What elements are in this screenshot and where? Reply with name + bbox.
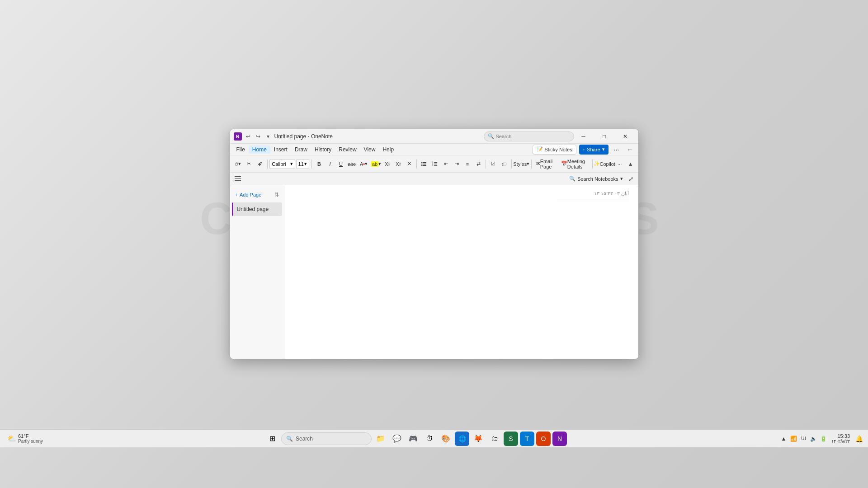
clear-format-button[interactable]: ✕ — [404, 158, 414, 170]
taskbar-app-xbox[interactable]: 🎮 — [406, 432, 420, 446]
weather-icon: ⛅ — [7, 434, 16, 443]
bold-button[interactable]: B — [314, 158, 324, 170]
hamburger-menu-button[interactable] — [233, 174, 243, 184]
clock-time: 15:33 — [831, 433, 850, 439]
menu-view[interactable]: View — [360, 145, 379, 154]
taskbar-app-folders[interactable]: 🗂 — [487, 432, 502, 446]
taskbar-app-chat[interactable]: 💬 — [390, 432, 404, 446]
copilot-button[interactable]: ✨ Copilot — [595, 158, 614, 170]
indent-button[interactable]: ⇥ — [452, 158, 462, 170]
svg-text:3.: 3. — [432, 164, 434, 166]
menu-draw[interactable]: Draw — [291, 145, 311, 154]
align-button[interactable]: ≡ — [462, 158, 472, 170]
share-dropdown-icon: ▾ — [602, 146, 605, 152]
taskbar-app-6[interactable]: 🌐 — [455, 432, 469, 446]
highlight-button[interactable]: ab ▾ — [371, 158, 382, 170]
menu-bar-right: 📝 Sticky Notes ↑ Share ▾ ··· ← — [533, 145, 636, 155]
overflow-button[interactable]: ··· — [615, 158, 625, 170]
taskbar-right: ▲ 📶 Uا 🔈 🔋 15:33 ۱۴۰۲/۸/۲۲ 🔔 — [774, 432, 864, 446]
tray-network-icon[interactable]: 📶 — [789, 434, 798, 443]
more-button[interactable]: ··· — [611, 145, 622, 155]
subscript-button[interactable]: X2 — [382, 158, 392, 170]
title-bar-left: N ↩ ↪ ▾ Untitled page - OneNote — [234, 132, 484, 141]
title-search[interactable]: 🔍 Search — [484, 131, 574, 141]
weather-temp: 61°F — [18, 433, 43, 439]
add-page-button[interactable]: + Add Page — [232, 189, 265, 201]
add-page-row: + Add Page ⇅ — [232, 189, 282, 201]
strikethrough-button[interactable]: abc — [347, 158, 357, 170]
system-tray: ▲ 📶 Uا 🔈 🔋 — [779, 434, 828, 443]
menu-help[interactable]: Help — [379, 145, 397, 154]
format-painter-button[interactable] — [255, 158, 265, 170]
numbered-button[interactable]: 1.2.3. — [430, 158, 440, 170]
underline-button[interactable]: U — [336, 158, 346, 170]
taskbar-app-onenote[interactable]: N — [552, 432, 567, 446]
start-button[interactable]: ⊞ — [265, 432, 279, 446]
separator-7 — [592, 160, 593, 169]
separator-3 — [416, 160, 417, 169]
bullets-button[interactable] — [419, 158, 429, 170]
taskbar-app-10[interactable]: T — [520, 432, 534, 446]
notification-button[interactable]: 🔔 — [854, 432, 864, 446]
size-dropdown-icon: ▾ — [304, 161, 307, 167]
fullscreen-button[interactable]: ⤢ — [627, 174, 636, 183]
content-area: + Add Page ⇅ Untitled page ۱۳ آبان ۳ · ۱… — [230, 185, 638, 359]
taskbar-search[interactable]: 🔍 Search — [281, 432, 372, 445]
search-notebooks-button[interactable]: 🔍 Search Notebooks ▾ — [566, 174, 626, 184]
font-selector[interactable]: Calibri ▾ — [269, 159, 295, 169]
styles-button[interactable]: Styles ▾ — [514, 158, 529, 170]
sticky-notes-button[interactable]: 📝 Sticky Notes — [533, 145, 576, 155]
svg-point-7 — [421, 165, 423, 166]
taskbar-app-9[interactable]: S — [504, 432, 518, 446]
weather-widget[interactable]: ⛅ 61°F Partly sunny — [4, 433, 47, 444]
menu-file[interactable]: File — [233, 145, 249, 154]
close-button[interactable]: ✕ — [616, 130, 635, 143]
tray-volume-icon[interactable]: 🔈 — [809, 434, 818, 443]
menu-history[interactable]: History — [311, 145, 335, 154]
outdent-button[interactable]: ⇤ — [441, 158, 451, 170]
rtl-button[interactable]: ⇄ — [473, 158, 483, 170]
editing-content[interactable] — [284, 185, 638, 359]
taskbar-app-11[interactable]: O — [536, 432, 551, 446]
menu-review[interactable]: Review — [335, 145, 360, 154]
superscript-button[interactable]: X2 — [393, 158, 403, 170]
page-item-untitled[interactable]: Untitled page — [232, 202, 282, 216]
separator-4 — [486, 160, 486, 169]
redo-icon[interactable]: ↪ — [255, 133, 262, 140]
cut-button[interactable]: ✂ — [244, 158, 254, 170]
menu-home[interactable]: Home — [249, 145, 270, 154]
quick-access-icon[interactable]: ▾ — [264, 133, 272, 140]
font-color-button[interactable]: A ▾ — [358, 158, 370, 170]
italic-button[interactable]: I — [325, 158, 335, 170]
editing-area[interactable]: ۱۳ آبان ۳ · ۱۵:۳۳ — [284, 185, 638, 359]
menu-insert[interactable]: Insert — [270, 145, 291, 154]
tray-expand-button[interactable]: ▲ — [779, 434, 788, 443]
weather-desc: Partly sunny — [18, 439, 43, 444]
add-page-icon: + — [235, 192, 238, 197]
minimize-button[interactable]: ─ — [574, 130, 593, 143]
undo-icon[interactable]: ↩ — [245, 133, 252, 140]
paste-dropdown-icon: ▾ — [238, 161, 241, 167]
taskbar-app-photoshop[interactable]: 🎨 — [439, 432, 453, 446]
tray-battery-icon[interactable]: 🔋 — [819, 434, 828, 443]
taskbar-search-label: Search — [296, 436, 313, 442]
sort-pages-button[interactable]: ⇅ — [271, 189, 282, 200]
taskbar-app-edge[interactable]: 🦊 — [471, 432, 486, 446]
font-size-selector[interactable]: 11 ▾ — [296, 159, 310, 169]
toolbar-collapse-icon[interactable]: ▲ — [626, 160, 636, 169]
tag-button[interactable]: 🏷 — [499, 158, 509, 170]
check-tag-button[interactable]: ☑ — [488, 158, 498, 170]
restore-button[interactable]: □ — [595, 130, 614, 143]
email-page-button[interactable]: ✉ Email Page — [534, 158, 558, 170]
svg-rect-12 — [434, 164, 437, 164]
nav-back-icon[interactable]: ← — [625, 145, 636, 155]
clock[interactable]: 15:33 ۱۴۰۲/۸/۲۲ — [830, 433, 852, 444]
window-controls: ─ □ ✕ — [574, 130, 635, 143]
meeting-details-button[interactable]: 📅 Meeting Details — [559, 158, 590, 170]
expand-icon: ▾ — [620, 176, 623, 182]
taskbar-app-file-explorer[interactable]: 📁 — [373, 432, 388, 446]
taskbar-app-klokki[interactable]: ⏱ — [422, 432, 437, 446]
tray-lang-icon[interactable]: Uا — [799, 434, 808, 443]
share-button[interactable]: ↑ Share ▾ — [579, 145, 609, 155]
paste-button[interactable]: ▾ — [233, 158, 243, 170]
